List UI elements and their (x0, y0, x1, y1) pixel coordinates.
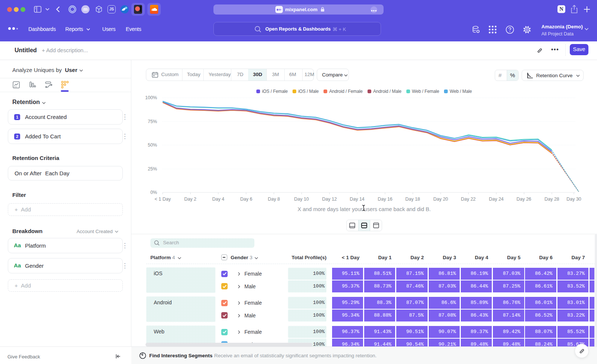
svg-text:Day 30: Day 30 (566, 197, 581, 202)
svg-text:Day 2: Day 2 (184, 197, 197, 202)
svg-text:Day 14: Day 14 (350, 197, 365, 202)
svg-text:Day 28: Day 28 (544, 197, 559, 202)
svg-text:Day 8: Day 8 (268, 197, 280, 202)
svg-text:Day 18: Day 18 (405, 197, 420, 202)
svg-text:0%: 0% (150, 190, 157, 195)
svg-text:Day 20: Day 20 (433, 197, 448, 202)
svg-text:25%: 25% (148, 166, 157, 172)
svg-text:Day 26: Day 26 (516, 197, 531, 202)
svg-text:75%: 75% (148, 119, 157, 124)
svg-text:Day 16: Day 16 (378, 197, 393, 202)
svg-text:Day 6: Day 6 (240, 197, 253, 202)
svg-text:Day 22: Day 22 (461, 197, 476, 202)
svg-text:Day 10: Day 10 (294, 197, 309, 202)
svg-text:100%: 100% (145, 95, 157, 100)
svg-text:Day 4: Day 4 (212, 197, 225, 202)
svg-text:Day 24: Day 24 (489, 197, 504, 202)
svg-text:Day 12: Day 12 (322, 197, 337, 202)
svg-text:50%: 50% (148, 142, 157, 148)
svg-text:< 1 Day: < 1 Day (154, 197, 171, 202)
